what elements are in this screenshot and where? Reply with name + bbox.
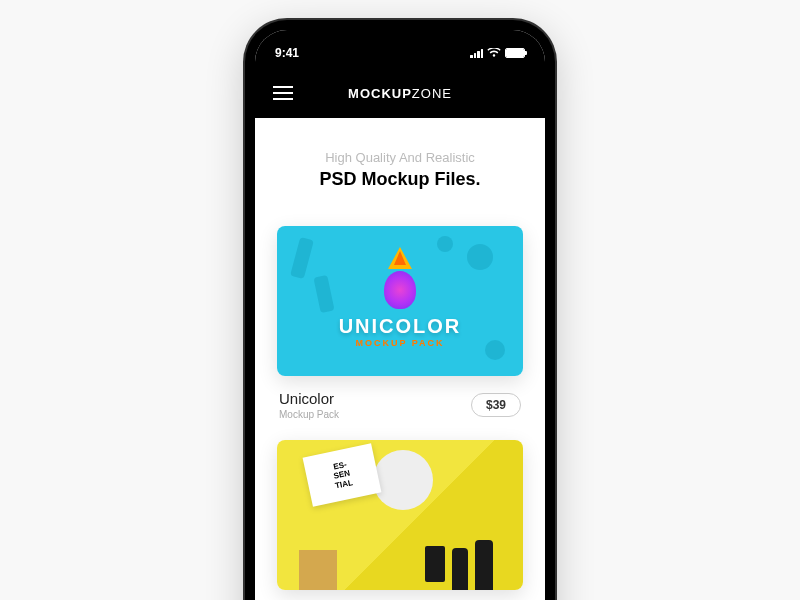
phone-notch	[330, 20, 470, 46]
product-title: Unicolor	[279, 390, 339, 407]
signal-icon	[470, 48, 483, 58]
phone-screen: 9:41 MOCKUPZONE	[255, 30, 545, 600]
product-card[interactable]: UNICOLOR MOCKUP PACK Unicolor Mockup Pac…	[277, 226, 523, 420]
price-button[interactable]: $39	[471, 393, 521, 417]
es-label-line3: TIAL	[334, 478, 353, 491]
product-category: Mockup Pack	[279, 409, 339, 420]
status-time: 9:41	[275, 46, 325, 60]
status-icons	[470, 48, 525, 58]
phone-frame: 9:41 MOCKUPZONE	[245, 20, 555, 600]
brand-prefix: MOCKUP	[348, 86, 412, 101]
hero-subtitle: High Quality And Realistic	[277, 150, 523, 165]
brand-logo: MOCKUPZONE	[348, 86, 452, 101]
brand-suffix: ZONE	[412, 86, 452, 101]
product-meta: Unicolor Mockup Pack $39	[277, 376, 523, 420]
hero-title: PSD Mockup Files.	[277, 169, 523, 190]
product-card[interactable]: ES- SEN TIAL	[277, 440, 523, 590]
card-image-subtitle: MOCKUP PACK	[355, 338, 444, 348]
hamburger-menu-icon[interactable]	[273, 86, 293, 100]
wifi-icon	[487, 48, 501, 58]
product-image-essential[interactable]: ES- SEN TIAL	[277, 440, 523, 590]
app-header: MOCKUPZONE	[255, 68, 545, 118]
product-image-unicolor[interactable]: UNICOLOR MOCKUP PACK	[277, 226, 523, 376]
content-area[interactable]: High Quality And Realistic PSD Mockup Fi…	[255, 118, 545, 590]
battery-icon	[505, 48, 525, 58]
card-image-title: UNICOLOR	[339, 315, 462, 338]
